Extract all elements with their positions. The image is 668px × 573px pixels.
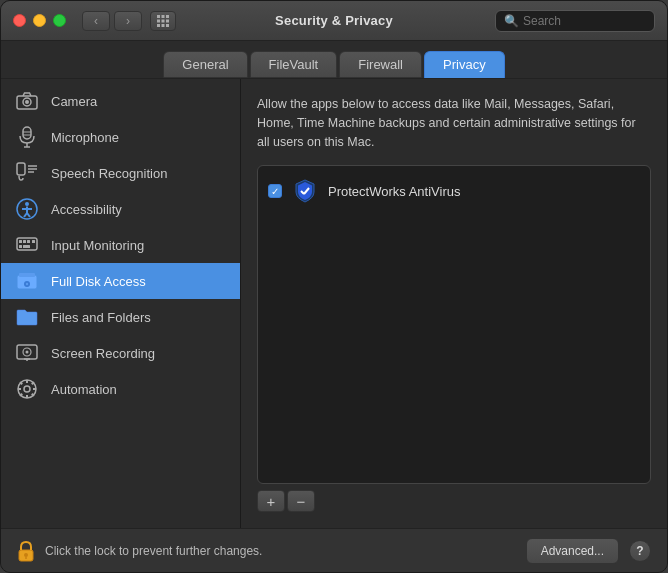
svg-rect-28 [19, 240, 22, 243]
lock-button[interactable] [17, 540, 35, 562]
tab-filevault[interactable]: FileVault [250, 51, 338, 78]
svg-rect-7 [162, 24, 165, 27]
svg-rect-32 [23, 245, 30, 248]
app-name: ProtectWorks AntiVirus [328, 184, 460, 199]
svg-rect-30 [27, 240, 30, 243]
svg-point-40 [26, 351, 29, 354]
back-button[interactable]: ‹ [82, 11, 110, 31]
svg-rect-12 [23, 127, 31, 139]
svg-rect-4 [162, 19, 165, 22]
lock-text: Click the lock to prevent further change… [45, 544, 516, 558]
app-checkbox[interactable]: ✓ [268, 184, 282, 198]
list-controls: + − [257, 490, 651, 512]
window-title: Security & Privacy [275, 13, 393, 28]
sidebar-item-camera[interactable]: Camera [1, 83, 240, 119]
screen-recording-icon [13, 342, 41, 364]
automation-icon [13, 378, 41, 400]
sidebar-item-files-folders[interactable]: Files and Folders [1, 299, 240, 335]
sidebar-item-automation[interactable]: Automation [1, 371, 240, 407]
sidebar-item-full-disk[interactable]: Full Disk Access [1, 263, 240, 299]
tab-privacy[interactable]: Privacy [424, 51, 505, 78]
svg-point-56 [24, 553, 28, 557]
minimize-button[interactable] [33, 14, 46, 27]
svg-rect-3 [157, 19, 160, 22]
help-button[interactable]: ? [629, 540, 651, 562]
full-disk-icon [13, 270, 41, 292]
grid-button[interactable] [150, 11, 176, 31]
advanced-button[interactable]: Advanced... [526, 538, 619, 564]
svg-rect-0 [157, 15, 160, 18]
app-list: ✓ ProtectWorks AntiVirus [257, 165, 651, 484]
remove-app-button[interactable]: − [287, 490, 315, 512]
sidebar-label-screen-recording: Screen Recording [51, 346, 155, 361]
sidebar-item-microphone[interactable]: Microphone [1, 119, 240, 155]
sidebar: Camera Microphone [1, 79, 241, 528]
bottom-bar: Click the lock to prevent further change… [1, 528, 667, 572]
search-box[interactable]: 🔍 [495, 10, 655, 32]
sidebar-label-microphone: Microphone [51, 130, 119, 145]
traffic-lights [13, 14, 66, 27]
right-panel: Allow the apps below to access data like… [241, 79, 667, 528]
tab-general[interactable]: General [163, 51, 247, 78]
sidebar-item-speech[interactable]: Speech Recognition [1, 155, 240, 191]
svg-rect-6 [157, 24, 160, 27]
main-content: Camera Microphone [1, 78, 667, 528]
sidebar-label-speech: Speech Recognition [51, 166, 167, 181]
svg-point-22 [25, 202, 29, 206]
speech-icon [13, 162, 41, 184]
sidebar-item-accessibility[interactable]: Accessibility [1, 191, 240, 227]
list-item[interactable]: ✓ ProtectWorks AntiVirus [258, 170, 650, 212]
sidebar-label-full-disk: Full Disk Access [51, 274, 146, 289]
sidebar-label-accessibility: Accessibility [51, 202, 122, 217]
svg-rect-27 [17, 238, 37, 250]
microphone-icon [13, 126, 41, 148]
svg-rect-29 [23, 240, 26, 243]
tab-firewall[interactable]: Firewall [339, 51, 422, 78]
title-bar: ‹ › Security & Privacy 🔍 [1, 1, 667, 41]
svg-point-11 [25, 100, 29, 104]
svg-rect-1 [162, 15, 165, 18]
nav-buttons: ‹ › [82, 11, 142, 31]
window: ‹ › Security & Privacy 🔍 General FileV [0, 0, 668, 573]
sidebar-item-screen-recording[interactable]: Screen Recording [1, 335, 240, 371]
close-button[interactable] [13, 14, 26, 27]
sidebar-label-camera: Camera [51, 94, 97, 109]
app-shield-icon [292, 178, 318, 204]
add-app-button[interactable]: + [257, 490, 285, 512]
svg-rect-5 [166, 19, 169, 22]
search-icon: 🔍 [504, 14, 519, 28]
svg-rect-8 [166, 24, 169, 27]
svg-point-44 [24, 386, 30, 392]
svg-rect-2 [166, 15, 169, 18]
accessibility-icon [13, 198, 41, 220]
sidebar-label-automation: Automation [51, 382, 117, 397]
input-monitoring-icon [13, 234, 41, 256]
sidebar-label-files-folders: Files and Folders [51, 310, 151, 325]
forward-button[interactable]: › [114, 11, 142, 31]
sidebar-item-input-monitoring[interactable]: Input Monitoring [1, 227, 240, 263]
tabs-bar: General FileVault Firewall Privacy [1, 41, 667, 78]
camera-icon [13, 90, 41, 112]
svg-rect-31 [19, 245, 22, 248]
svg-rect-35 [19, 273, 35, 277]
svg-point-37 [26, 283, 28, 285]
panel-description: Allow the apps below to access data like… [257, 95, 651, 151]
svg-line-26 [27, 213, 30, 217]
svg-rect-17 [17, 163, 25, 175]
search-input[interactable] [523, 14, 646, 28]
sidebar-label-input-monitoring: Input Monitoring [51, 238, 144, 253]
lock-icon [17, 540, 35, 562]
maximize-button[interactable] [53, 14, 66, 27]
svg-rect-33 [32, 240, 35, 243]
files-folders-icon [13, 306, 41, 328]
